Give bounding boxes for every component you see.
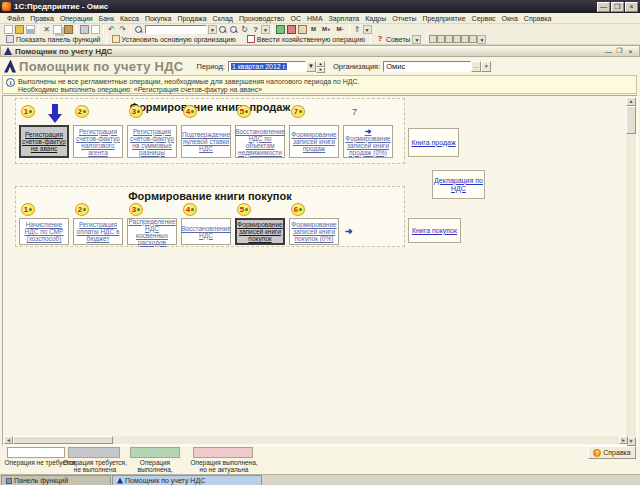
step-form-purchase-book-entries[interactable]: Формирование записей книги покупок bbox=[235, 218, 285, 245]
status-dot bbox=[191, 208, 194, 211]
reports-dropdown-icon[interactable]: ▼ bbox=[477, 35, 486, 44]
step-restore-vat[interactable]: Восстановление НДС bbox=[181, 218, 231, 245]
memory-m-minus-button[interactable]: M- bbox=[334, 25, 347, 33]
menu-enterprise[interactable]: Предприятие bbox=[419, 15, 468, 22]
period-field[interactable]: 1 квартал 2012 г. bbox=[228, 61, 306, 72]
horizontal-scroll-thumb[interactable] bbox=[13, 436, 113, 444]
open-icon[interactable] bbox=[15, 25, 24, 34]
actions-toolbar: Показать панель функций Установить основ… bbox=[0, 34, 640, 45]
show-function-panel-button[interactable]: Показать панель функций bbox=[3, 34, 104, 44]
menu-production[interactable]: Производство bbox=[236, 15, 288, 22]
vertical-scrollbar[interactable]: ▲ ▼ bbox=[626, 97, 636, 446]
print-preview-icon[interactable] bbox=[91, 25, 100, 34]
sales-book-button[interactable]: Книга продаж bbox=[408, 128, 459, 157]
copy-icon[interactable] bbox=[53, 25, 62, 34]
step-register-tax-agent-invoices[interactable]: Регистрация счетов-фактур налогового аге… bbox=[73, 125, 123, 158]
quick-search-input[interactable] bbox=[145, 25, 207, 34]
menu-bank[interactable]: Банк bbox=[96, 15, 117, 22]
menu-os[interactable]: ОС bbox=[288, 15, 305, 22]
redo-icon[interactable]: ↷ bbox=[118, 25, 127, 34]
help-icon[interactable]: ? bbox=[251, 25, 260, 34]
undo-icon[interactable]: ↶ bbox=[107, 25, 116, 34]
minimize-button[interactable]: — bbox=[597, 2, 610, 12]
close-button[interactable]: × bbox=[625, 2, 638, 12]
set-main-organization-button[interactable]: Установить основную организацию bbox=[109, 34, 239, 44]
info-message-bar: i Выполнены не все регламентные операции… bbox=[2, 75, 637, 94]
menu-file[interactable]: Файл bbox=[4, 15, 27, 22]
menu-edit[interactable]: Правка bbox=[27, 15, 57, 22]
search-icon[interactable] bbox=[134, 25, 143, 34]
step-restore-vat-real-estate[interactable]: Восстановление НДС по объектам недвижимо… bbox=[235, 125, 285, 158]
step-form-sales-book-entries[interactable]: Формирование записей книги продаж bbox=[289, 125, 339, 158]
vat-declaration-button[interactable]: Декларация по НДС bbox=[432, 170, 485, 199]
up-arrow-icon[interactable]: ⇑ bbox=[353, 25, 362, 34]
step-register-advance-invoices[interactable]: Регистрация счетов-фактур на аванс bbox=[19, 125, 69, 158]
up-arrow-dropdown-icon[interactable]: ▼ bbox=[363, 25, 372, 34]
purchase-book-button[interactable]: Книга покупок bbox=[408, 218, 461, 243]
help-dropdown-icon[interactable]: ▼ bbox=[261, 25, 270, 34]
report-icon[interactable] bbox=[461, 35, 469, 43]
menu-nma[interactable]: НМА bbox=[304, 15, 326, 22]
zoom-in-icon[interactable] bbox=[218, 25, 227, 34]
tab-vat-assistant[interactable]: Помощник по учету НДС bbox=[112, 475, 262, 485]
user-icon[interactable] bbox=[298, 25, 307, 34]
report-icon[interactable] bbox=[453, 35, 461, 43]
organization-choose-button[interactable]: … bbox=[471, 61, 481, 72]
horizontal-scrollbar[interactable]: ◄ ► bbox=[4, 436, 628, 444]
toolbar-separator bbox=[106, 35, 107, 44]
step-form-sales-book-entries-0[interactable]: ➜ Формирование записей книги продаж (0%) bbox=[343, 125, 393, 158]
menu-cash[interactable]: Касса bbox=[117, 15, 142, 22]
memory-m-button[interactable]: M bbox=[308, 25, 319, 33]
enter-business-operation-button[interactable]: Ввести хозяйственную операцию bbox=[244, 34, 368, 44]
organization-field[interactable]: Омис bbox=[383, 61, 471, 72]
paste-icon[interactable] bbox=[64, 25, 73, 34]
help-button[interactable]: ? Справка bbox=[588, 446, 636, 459]
menu-reports[interactable]: Отчеты bbox=[389, 15, 419, 22]
tips-button[interactable]: ? Советы ▼ bbox=[373, 34, 425, 44]
step-confirm-zero-vat-rate[interactable]: Подтверждение нулевой ставки НДС bbox=[181, 125, 231, 158]
menu-hr[interactable]: Кадры bbox=[362, 15, 389, 22]
red-table-icon[interactable] bbox=[287, 25, 296, 34]
cut-icon[interactable]: ✕ bbox=[42, 25, 51, 34]
step-register-vat-payment-budget[interactable]: Регистрация оплаты НДС в бюджет bbox=[73, 218, 123, 245]
menu-salary[interactable]: Зарплата bbox=[326, 15, 363, 22]
period-dropdown-button[interactable]: ▼ bbox=[306, 61, 316, 72]
step-register-amount-difference-invoices[interactable]: Регистрация счетов-фактур на суммовые ра… bbox=[127, 125, 177, 158]
inner-restore-button[interactable]: ❐ bbox=[614, 47, 625, 55]
report-icon[interactable] bbox=[437, 35, 445, 43]
menu-service[interactable]: Сервис bbox=[469, 15, 499, 22]
organization-clear-button[interactable]: × bbox=[481, 61, 491, 72]
scroll-up-icon[interactable]: ▲ bbox=[626, 97, 636, 106]
inner-close-button[interactable]: × bbox=[625, 48, 636, 55]
vertical-scroll-thumb[interactable] bbox=[626, 106, 636, 134]
green-table-icon[interactable] bbox=[276, 25, 285, 34]
search-dropdown-icon[interactable]: ▼ bbox=[208, 25, 217, 34]
menu-windows[interactable]: Окна bbox=[499, 15, 521, 22]
zoom-out-icon[interactable] bbox=[229, 25, 238, 34]
tab-function-panel[interactable]: Панель функций bbox=[1, 475, 111, 485]
menu-sale[interactable]: Продажа bbox=[174, 15, 209, 22]
restore-button[interactable]: ❐ bbox=[611, 2, 624, 12]
window-titlebar: 1С:Предприятие - Омис — ❐ × bbox=[0, 0, 640, 13]
print-icon[interactable] bbox=[80, 25, 89, 34]
scroll-left-icon[interactable]: ◄ bbox=[4, 436, 13, 444]
step-form-purchase-book-entries-0[interactable]: Формирование записей книги покупок (0%) bbox=[289, 218, 339, 245]
new-document-icon[interactable] bbox=[4, 25, 13, 34]
menu-operations[interactable]: Операции bbox=[57, 15, 96, 22]
status-dot bbox=[245, 110, 248, 113]
memory-m-plus-button[interactable]: M+ bbox=[319, 25, 334, 33]
period-spinner[interactable]: ▲▼ bbox=[316, 61, 325, 72]
refresh-icon[interactable]: ↻ bbox=[240, 25, 249, 34]
step-distribute-vat-indirect-costs[interactable]: Распределение НДС косвенных расходов bbox=[127, 218, 177, 245]
report-icon[interactable] bbox=[469, 35, 477, 43]
menu-purchase[interactable]: Покупка bbox=[142, 15, 174, 22]
step-accrue-vat-smr[interactable]: Начисление НДС по СМР (хозспособ) bbox=[19, 218, 69, 245]
report-icon[interactable] bbox=[445, 35, 453, 43]
menu-warehouse[interactable]: Склад bbox=[210, 15, 236, 22]
scroll-right-icon[interactable]: ► bbox=[619, 436, 628, 444]
menu-help[interactable]: Справка bbox=[521, 15, 554, 22]
inner-minimize-button[interactable]: — bbox=[603, 48, 614, 55]
report-icon[interactable] bbox=[429, 35, 437, 43]
step-number-badge: 7 bbox=[291, 105, 305, 118]
save-icon[interactable] bbox=[26, 25, 35, 34]
